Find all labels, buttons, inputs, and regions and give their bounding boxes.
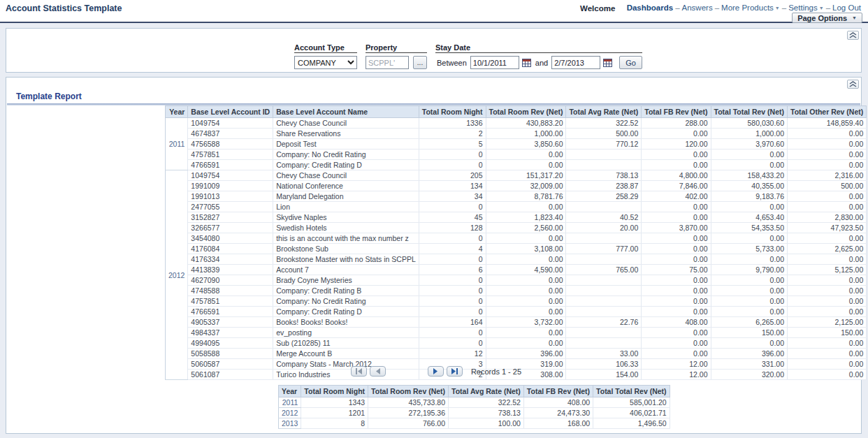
- account-name-cell: National Conference: [273, 181, 419, 191]
- total-rev-cell: 0.00: [711, 338, 788, 349]
- nav-answers-link[interactable]: Answers: [682, 3, 713, 12]
- fb-rev-cell: 0.00: [642, 233, 711, 244]
- total-rev-cell: 0.00: [711, 286, 788, 296]
- room-rev-cell: 151,317.20: [486, 170, 566, 181]
- avg-rate-cell: 738.13: [566, 170, 642, 181]
- collapse-section-button[interactable]: [847, 31, 859, 40]
- account-name-cell: Brookstone Master with no Stats in SCPPL: [273, 254, 419, 265]
- room-rev-cell: 3,850.60: [486, 139, 566, 149]
- nav-dashboards-link[interactable]: Dashboards: [627, 3, 673, 12]
- table-row: 4756588Deposit Test53,850.60770.12120.00…: [166, 139, 867, 149]
- account-type-select[interactable]: COMPANY: [294, 56, 357, 69]
- fb-rev-cell: 0.00: [642, 328, 711, 338]
- nav-settings-link[interactable]: Settings: [788, 3, 818, 12]
- total-rev-cell: 5,733.00: [711, 244, 788, 254]
- other-rev-cell: 0.00: [788, 338, 867, 349]
- account-id-cell: 4757851: [188, 149, 273, 160]
- summary-value-cell: 100.00: [449, 418, 524, 429]
- go-button[interactable]: Go: [619, 56, 642, 69]
- welcome-text: Welcome: [580, 4, 615, 13]
- stay-date-from-input[interactable]: [470, 56, 519, 69]
- first-page-button[interactable]: [351, 366, 367, 377]
- room-rev-cell: 0.00: [486, 286, 566, 296]
- next-page-button[interactable]: [428, 366, 444, 377]
- other-rev-cell: 2,625.00: [788, 244, 867, 254]
- property-input[interactable]: [366, 56, 409, 69]
- year-group-label: 2012: [166, 170, 188, 380]
- room-night-cell: 12: [419, 349, 486, 359]
- between-label: Between: [437, 59, 467, 67]
- summary-value-cell: 435,733.80: [368, 397, 449, 408]
- next-page-icon: [433, 368, 439, 374]
- total-rev-cell: 0.00: [711, 149, 788, 160]
- column-header: Total Room Rev (Net): [368, 386, 449, 397]
- account-id-cell: 4905337: [188, 317, 273, 328]
- summary-table-body: 20111343435,733.80322.52408.00585,001.20…: [279, 397, 670, 429]
- collapse-section-button[interactable]: [847, 80, 859, 89]
- summary-value-cell: 406,021.71: [593, 408, 670, 418]
- previous-page-button[interactable]: [370, 366, 386, 377]
- calendar-picker-button[interactable]: [522, 59, 531, 67]
- other-rev-cell: 0.00: [788, 296, 867, 307]
- column-header: Total Room Night: [301, 386, 368, 397]
- page-options-button[interactable]: Page Options ▼: [792, 13, 862, 23]
- total-rev-cell: 54,353.50: [711, 223, 788, 233]
- other-rev-cell: 0.00: [788, 160, 867, 170]
- other-rev-cell: 2,125.00: [788, 317, 867, 328]
- property-picker-button[interactable]: ...: [413, 56, 427, 69]
- chevron-down-icon: ▼: [852, 15, 857, 20]
- column-header: Year: [166, 106, 188, 118]
- report-table-body: 20111049754Chevy Chase Council1336430,88…: [166, 118, 867, 380]
- account-name-cell: Account 7: [273, 265, 419, 275]
- fb-rev-cell: 120.00: [642, 139, 711, 149]
- report-table-container: YearBase Level Account IDBase Level Acco…: [165, 105, 867, 380]
- room-rev-cell: 8,781.76: [486, 191, 566, 202]
- table-row: 20121049754Chevy Chase Council205151,317…: [166, 170, 867, 181]
- fb-rev-cell: 7,846.00: [642, 181, 711, 191]
- summary-value-cell: 766.00: [368, 418, 449, 429]
- fb-rev-cell: 75.00: [642, 265, 711, 275]
- nav-more-products-link[interactable]: More Products: [721, 3, 774, 12]
- avg-rate-cell: [566, 328, 642, 338]
- account-id-cell: 1991009: [188, 181, 273, 191]
- account-id-cell: 4766591: [188, 307, 273, 317]
- room-night-cell: 0: [419, 307, 486, 317]
- account-name-cell: Books! Books! Books!: [273, 317, 419, 328]
- calendar-icon: [603, 59, 612, 67]
- room-rev-cell: 4,590.00: [486, 265, 566, 275]
- fb-rev-cell: 0.00: [642, 286, 711, 296]
- account-name-cell: Brookstone Sub: [273, 244, 419, 254]
- account-id-cell: 4748588: [188, 286, 273, 296]
- room-rev-cell: 2,560.00: [486, 223, 566, 233]
- nav-logout-link[interactable]: Log Out: [832, 3, 861, 12]
- room-rev-cell: 430,883.20: [486, 118, 566, 129]
- total-rev-cell: 40,355.00: [711, 181, 788, 191]
- last-page-button[interactable]: [447, 366, 463, 377]
- summary-value-cell: 322.52: [449, 397, 524, 408]
- room-rev-cell: 32,009.00: [486, 181, 566, 191]
- room-night-cell: 1336: [419, 118, 486, 129]
- summary-value-cell: 272,195.36: [368, 408, 449, 418]
- nav-separator: –: [675, 3, 679, 12]
- stay-date-to-input[interactable]: [551, 56, 600, 69]
- table-row: 3266577Swedish Hotels1282,560.0020.003,8…: [166, 223, 867, 233]
- account-name-cell: Company: No Credit Rating: [273, 149, 419, 160]
- room-rev-cell: 0.00: [486, 202, 566, 212]
- account-name-cell: Swedish Hotels: [273, 223, 419, 233]
- total-rev-cell: 1,000.00: [711, 129, 788, 139]
- calendar-picker-button[interactable]: [603, 59, 612, 67]
- avg-rate-cell: [566, 296, 642, 307]
- other-rev-cell: 0.00: [788, 359, 867, 370]
- account-name-cell: Skydive Naples: [273, 212, 419, 223]
- column-header: Total FB Rev (Net): [523, 386, 593, 397]
- other-rev-cell: 150.00: [788, 328, 867, 338]
- account-name-cell: Chevy Chase Council: [273, 170, 419, 181]
- room-rev-cell: 0.00: [486, 275, 566, 286]
- account-type-field-group: Account Type COMPANY: [294, 43, 357, 69]
- account-name-cell: ev_posting: [273, 328, 419, 338]
- total-rev-cell: 320.00: [711, 370, 788, 380]
- column-header: Total Other Rev (Net): [788, 106, 867, 118]
- other-rev-cell: 0.00: [788, 349, 867, 359]
- room-rev-cell: 0.00: [486, 328, 566, 338]
- table-row: 4757851Company: No Credit Rating00.000.0…: [166, 149, 867, 160]
